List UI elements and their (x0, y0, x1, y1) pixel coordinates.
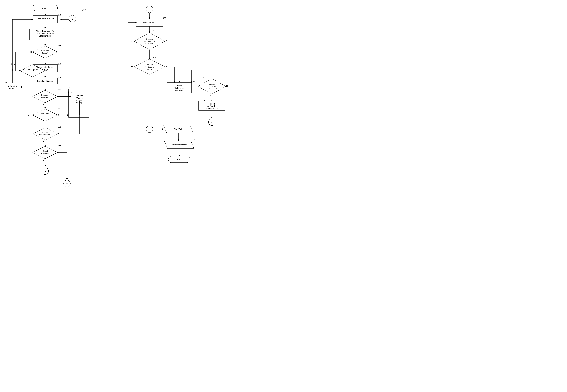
operator-safe-label3: to Proceed? (145, 43, 154, 45)
determine-position-box (33, 15, 58, 23)
ref-239: 239 (201, 77, 204, 78)
connector-a-left-label: A (45, 170, 46, 172)
report-malfunction-label2: Malfunction (207, 105, 217, 107)
n214-n-label: N (30, 51, 32, 53)
activate-warning-text1: Activate (76, 95, 83, 97)
operator-safe-label1: Operator (146, 38, 153, 40)
warning-ack-label1: Warning (42, 131, 48, 133)
speed-reduced-label1: Speed (43, 150, 48, 152)
warning-ack-label2: Acknowledged? (39, 134, 51, 136)
determine-position-224-label2: Position (9, 87, 16, 89)
end-label: END (177, 158, 181, 161)
ref-244: 244 (194, 139, 197, 141)
ref-216: 216 (59, 63, 61, 65)
ref-230-2: 230 (71, 91, 74, 93)
n220-y-label: Y (43, 103, 44, 105)
device-within-range-label2: Range? (42, 52, 48, 54)
ref-222: 222 (58, 107, 61, 109)
check-database-label3: Status Device (39, 35, 51, 37)
notify-dispatcher-label: Notify Dispatcher (172, 144, 187, 146)
activate-warning-label1: Activate (75, 99, 82, 101)
n239-y-label: Y (209, 95, 211, 97)
n222-y-label: Y (28, 114, 29, 116)
past-area-label2: Monitored by (145, 66, 154, 68)
response-received-label2: Received? (41, 97, 49, 98)
determine-position-label: Determine Position (37, 17, 54, 19)
connector-a-right-label: A (149, 8, 150, 11)
past-device-label1: Past Device? (28, 69, 38, 70)
display-malfunction-label2: Malfunction (174, 87, 184, 89)
past-area-label3: Device? (147, 69, 153, 70)
device-within-range-label1: Device Within (40, 50, 50, 52)
n222-n-label: N (58, 114, 60, 116)
good-status-label1: Good Status? (40, 113, 50, 115)
operator-confirmed-label3: Malfunction? (207, 88, 217, 90)
response-received-label1: Response (41, 94, 49, 96)
flowchart-diagram: 200 START Determine Position 210 Check D… (0, 0, 284, 196)
start-label: START (42, 7, 48, 9)
activate-warning-label2: Warning (75, 101, 82, 104)
report-malfunction-label1: Report (209, 103, 215, 105)
display-malfunction-label1: Display (176, 84, 182, 87)
connector-c-right-label: C (211, 121, 212, 124)
interrogate-status-label2: Device (42, 68, 48, 70)
connector-c-left-label: C (72, 18, 73, 20)
ref-220: 220 (58, 89, 61, 91)
n239-n-label: N (226, 85, 228, 87)
activate-warning-text2: Warning (76, 97, 83, 99)
n236-y-label: Y (165, 40, 167, 42)
ref-210a: 210 (59, 14, 61, 16)
n220-n-label: N (58, 95, 60, 97)
ref-214: 214 (58, 44, 61, 46)
determine-position-224-label1: Determine (8, 85, 17, 87)
ref-235: 235 (163, 17, 166, 19)
interrogate-status-label1: Interrogate Status (37, 66, 53, 68)
display-malfunction-label3: to Operator (174, 89, 184, 91)
ref-230: 230 (69, 87, 72, 89)
ref-218: 218 (59, 76, 61, 78)
ref-238: 238 (192, 81, 195, 83)
n234-y-label: Y (43, 159, 44, 161)
n237-n-label: N (131, 66, 133, 68)
n236-n-label: N (131, 40, 132, 42)
n226-y-label: Y (14, 63, 15, 66)
ref-237: 237 (153, 56, 156, 58)
check-database-label1: Check Database For (36, 30, 55, 32)
operator-safe-label2: Indicates Safe (144, 41, 155, 42)
n226-n-label: N (45, 70, 47, 72)
operator-confirmed-label1: Operator (209, 83, 215, 85)
connector-b-left-label: B (66, 183, 68, 185)
ref-236: 236 (153, 29, 156, 31)
n237-y-label: Y (165, 66, 167, 68)
speed-reduced-label2: Reduced? (41, 153, 49, 154)
monitor-speed-label: Monitor Speed (143, 21, 156, 24)
past-area-label1: Past Area (146, 64, 153, 66)
calculate-timeout-label: Calculate Timeout (37, 80, 53, 82)
stop-train-label: Stop Train (174, 128, 183, 130)
good-status-diamond (33, 109, 58, 121)
connector-b-right-label: B (149, 128, 150, 130)
n232-y-label: Y (43, 140, 44, 143)
ref-232: 232 (58, 126, 61, 128)
ref-242: 242 (194, 123, 196, 125)
check-database-label2: Position of Nearest (37, 32, 54, 35)
ref-234: 234 (58, 145, 61, 147)
report-malfunction-label3: to Dispatcher (206, 107, 218, 110)
ref-226: 226 (11, 63, 13, 65)
operator-confirmed-label2: Confirmed (208, 85, 216, 87)
ref-210b: 210 (61, 27, 64, 29)
ref-224: 224 (4, 81, 7, 83)
n232-n-label: N (58, 133, 60, 135)
n234-n-label: N (58, 151, 60, 153)
